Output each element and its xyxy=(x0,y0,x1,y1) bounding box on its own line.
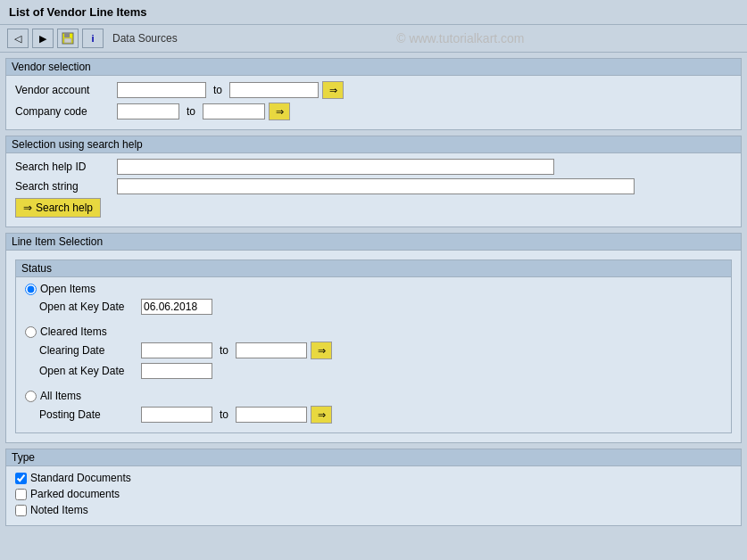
open-items-row: Open Items xyxy=(25,283,722,295)
cleared-items-row: Cleared Items xyxy=(25,325,722,338)
search-help-id-label: Search help ID xyxy=(15,161,113,173)
posting-date-nav-button[interactable]: ⇒ xyxy=(311,406,332,424)
svg-rect-2 xyxy=(64,38,71,43)
toolbar: ◁ ▶ i Data Sources © www.tutorialkart.co… xyxy=(0,25,747,53)
type-body: Standard Documents Parked documents Note… xyxy=(6,466,741,525)
search-help-arrow-icon: ⇒ xyxy=(23,202,32,214)
posting-date-label: Posting Date xyxy=(39,408,137,421)
vendor-account-to-label: to xyxy=(213,84,222,96)
info-button[interactable]: i xyxy=(82,29,104,48)
vendor-account-label: Vendor account xyxy=(15,84,113,96)
search-help-body: Search help ID Search string ⇒ Search he… xyxy=(6,153,741,226)
search-help-btn-label: Search help xyxy=(36,202,93,214)
status-section: Status Open Items Open at Key Date xyxy=(15,259,732,433)
search-string-row: Search string xyxy=(15,178,732,194)
search-help-id-row: Search help ID xyxy=(15,159,732,175)
line-item-selection-header: Line Item Selection xyxy=(6,234,741,251)
search-help-button[interactable]: ⇒ Search help xyxy=(15,198,101,218)
posting-date-to-input[interactable] xyxy=(236,407,307,423)
company-code-from-input[interactable] xyxy=(117,103,179,119)
open-at-key-date2-label: Open at Key Date xyxy=(39,365,137,377)
noted-items-row: Noted Items xyxy=(15,504,732,516)
clearing-date-nav-button[interactable]: ⇒ xyxy=(311,342,332,359)
line-item-selection-body: Status Open Items Open at Key Date xyxy=(6,251,741,442)
all-items-radio[interactable] xyxy=(25,391,37,402)
save-button[interactable] xyxy=(57,29,79,48)
open-at-key-date-row: Open at Key Date xyxy=(39,299,722,315)
noted-items-checkbox[interactable] xyxy=(15,505,27,516)
watermark: © www.tutorialkart.com xyxy=(181,31,740,45)
search-help-section: Selection using search help Search help … xyxy=(5,136,742,227)
vendor-account-nav-button[interactable]: ⇒ xyxy=(322,81,344,99)
back-button[interactable]: ◁ xyxy=(7,29,29,48)
status-body: Open Items Open at Key Date Cleared Item… xyxy=(16,277,731,432)
search-help-btn-row: ⇒ Search help xyxy=(15,198,732,218)
type-section: Type Standard Documents Parked documents… xyxy=(5,449,742,526)
standard-documents-checkbox[interactable] xyxy=(15,473,27,484)
posting-date-to-separator: to xyxy=(220,408,228,421)
open-items-label: Open Items xyxy=(40,283,95,295)
data-sources-label: Data Sources xyxy=(112,32,178,45)
all-items-label: All Items xyxy=(40,390,81,402)
clearing-date-row: Clearing Date to ⇒ xyxy=(39,342,722,359)
search-help-id-input[interactable] xyxy=(117,159,554,175)
forward-button[interactable]: ▶ xyxy=(32,29,54,48)
svg-rect-1 xyxy=(64,33,70,37)
open-at-key-date-label: Open at Key Date xyxy=(39,301,137,313)
page-title: List of Vendor Line Items xyxy=(9,5,147,19)
open-items-radio[interactable] xyxy=(25,284,37,295)
parked-documents-row: Parked documents xyxy=(15,488,732,500)
title-bar: List of Vendor Line Items xyxy=(0,0,747,25)
open-at-key-date2-input[interactable] xyxy=(141,363,212,379)
company-code-to-input[interactable] xyxy=(203,103,265,119)
clearing-date-to-separator: to xyxy=(220,344,228,357)
vendor-account-from-input[interactable] xyxy=(117,82,206,98)
cleared-items-radio[interactable] xyxy=(25,326,37,338)
search-help-header: Selection using search help xyxy=(6,136,741,153)
vendor-selection-header: Vendor selection xyxy=(6,59,741,76)
standard-documents-label: Standard Documents xyxy=(30,472,131,484)
parked-documents-label: Parked documents xyxy=(30,488,120,500)
search-string-input[interactable] xyxy=(117,178,635,194)
clearing-date-to-input[interactable] xyxy=(236,342,307,358)
clearing-date-from-input[interactable] xyxy=(141,342,212,358)
parked-documents-checkbox[interactable] xyxy=(15,489,27,500)
noted-items-label: Noted Items xyxy=(30,504,88,516)
company-code-to-label: to xyxy=(187,105,195,118)
vendor-account-row: Vendor account to ⇒ xyxy=(15,81,732,99)
search-string-label: Search string xyxy=(15,180,113,193)
open-at-key-date2-row: Open at Key Date xyxy=(39,363,722,379)
company-code-nav-button[interactable]: ⇒ xyxy=(269,103,290,120)
vendor-selection-section: Vendor selection Vendor account to ⇒ Com… xyxy=(5,58,742,130)
vendor-account-to-input[interactable] xyxy=(229,82,319,98)
cleared-items-label: Cleared Items xyxy=(40,325,107,338)
posting-date-from-input[interactable] xyxy=(141,407,212,423)
line-item-selection-section: Line Item Selection Status Open Items Op… xyxy=(5,233,742,443)
main-content: Vendor selection Vendor account to ⇒ Com… xyxy=(0,53,747,531)
status-header: Status xyxy=(16,260,731,277)
posting-date-row: Posting Date to ⇒ xyxy=(39,406,722,424)
standard-documents-row: Standard Documents xyxy=(15,472,732,484)
all-items-row: All Items xyxy=(25,390,722,402)
company-code-row: Company code to ⇒ xyxy=(15,103,732,120)
company-code-label: Company code xyxy=(15,105,113,118)
type-header: Type xyxy=(6,449,741,466)
open-at-key-date-input[interactable] xyxy=(141,299,212,315)
clearing-date-label: Clearing Date xyxy=(39,344,137,357)
vendor-selection-body: Vendor account to ⇒ Company code to ⇒ xyxy=(6,76,741,129)
